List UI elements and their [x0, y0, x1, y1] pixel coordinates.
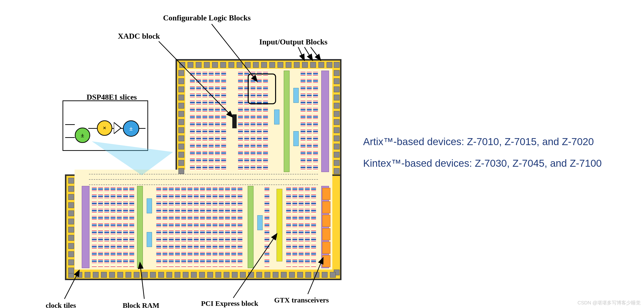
io-pad [180, 62, 185, 68]
watermark: CSDN @堪堪多写博客少睡觉 [578, 300, 641, 306]
dashed-line [89, 179, 318, 180]
svg-line-5 [311, 47, 321, 60]
clb-column [190, 71, 195, 171]
clb-column [92, 186, 97, 267]
label-xadc: XADC block [118, 32, 160, 41]
label-iob: Input/Output Blocks [259, 37, 328, 46]
dsp-column [284, 71, 290, 172]
dsp-column [248, 186, 254, 268]
clock-region-strip [74, 170, 332, 189]
label-pcie-real: PCI Express block [201, 299, 258, 308]
svg-line-4 [304, 47, 312, 60]
clock-tile [294, 131, 299, 146]
side-text-kintex: Kintex™-based devices: Z-7030, Z-7045, a… [363, 158, 602, 169]
dsp-multiplier-icon: × [97, 120, 112, 136]
dashed-line [89, 185, 318, 185]
clock-tile [294, 88, 299, 103]
svg-marker-0 [114, 122, 121, 134]
bram-column [321, 71, 329, 172]
svg-line-3 [298, 47, 304, 60]
dsp-postadder-icon: ± [123, 120, 139, 137]
dashed-line [89, 174, 318, 174]
clock-tile [147, 232, 152, 247]
dsp-preadder-icon: ± [75, 128, 90, 143]
clock-tile [274, 110, 280, 124]
label-bram: Block RAM [123, 301, 160, 308]
bram-column [82, 186, 90, 268]
diagram-stage: Configurable Logic Blocks XADC block Inp… [0, 0, 644, 308]
clock-tile [147, 198, 152, 213]
gtx-transceiver [322, 188, 330, 200]
label-clock: clock tiles [46, 301, 76, 308]
label-gtx: GTX transceivers [274, 296, 329, 304]
clb-sample-highlight [248, 73, 276, 104]
dsp-mux-icon [114, 122, 122, 134]
label-clb: Configurable Logic Blocks [163, 13, 250, 22]
pcie-block [276, 189, 282, 261]
xadc-block [232, 114, 237, 128]
clock-tile [257, 215, 262, 230]
side-text-artix: Artix™-based devices: Z-7010, Z-7015, an… [363, 136, 594, 148]
dsp-column [137, 186, 143, 268]
